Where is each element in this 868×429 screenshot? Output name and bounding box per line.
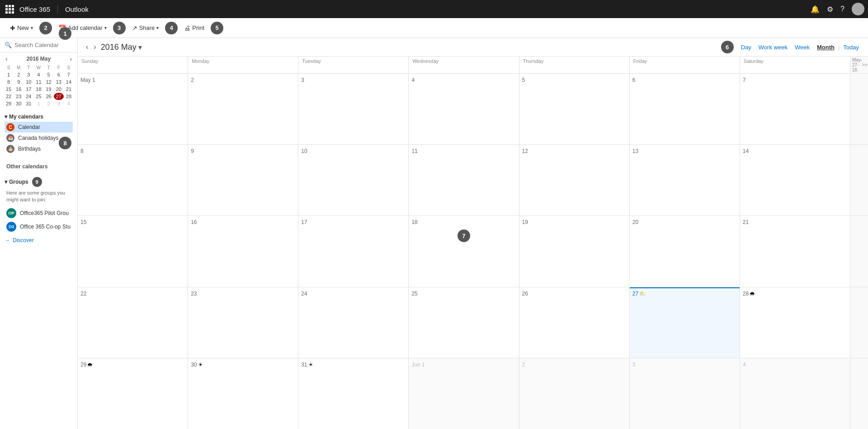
mini-cal-day[interactable]: 6 [54, 71, 64, 78]
view-day-button[interactable]: Day [737, 42, 755, 52]
view-week-button[interactable]: Week [791, 42, 813, 52]
avatar[interactable] [852, 3, 864, 15]
mini-cal-day[interactable]: 30 [14, 100, 24, 107]
cal-day-cell[interactable]: 10 [298, 145, 409, 215]
mini-cal-day[interactable]: 4 [33, 71, 43, 78]
cal-day-cell[interactable]: 2 [519, 358, 630, 429]
app-launcher-button[interactable] [4, 3, 16, 15]
cal-day-cell[interactable]: 21 [740, 216, 850, 286]
discover-link[interactable]: → Discover [0, 235, 77, 245]
mini-cal-day[interactable]: 13 [54, 78, 64, 86]
cal-day-cell[interactable]: 8 [78, 145, 188, 215]
cal-day-cell[interactable]: 17 [298, 216, 409, 286]
cal-day-cell[interactable]: 24 [298, 287, 409, 358]
mini-cal-day[interactable]: 12 [44, 78, 54, 86]
cal-day-cell[interactable]: 11 [409, 145, 519, 215]
cal-day-cell[interactable]: 28🌧 [740, 287, 850, 358]
cal-day-cell[interactable]: 7 [740, 74, 850, 144]
mini-cal-day[interactable]: 1 [4, 71, 14, 78]
cal-day-cell[interactable]: 27⛅ [630, 287, 740, 358]
cal-day-cell[interactable]: 26 [519, 287, 630, 358]
mini-cal-day[interactable]: 29 [4, 100, 14, 107]
cal-day-cell[interactable]: 29🌧 [78, 358, 188, 429]
cal-day-cell[interactable]: 12 [519, 145, 630, 215]
mini-cal-prev-button[interactable]: ‹ [4, 55, 9, 62]
cal-day-cell[interactable]: 718 [409, 216, 519, 286]
cal-day-cell[interactable]: 2 [188, 74, 298, 144]
mini-cal-day[interactable]: 8 [4, 78, 14, 86]
cal-day-cell[interactable]: 15 [78, 216, 188, 286]
mini-cal-day[interactable]: 2 [14, 71, 24, 78]
mini-cal-day[interactable]: 26 [44, 93, 54, 100]
search-input[interactable] [14, 42, 73, 48]
view-month-button[interactable]: Month [813, 42, 838, 52]
share-button[interactable]: ↗ Share ▾ [127, 23, 164, 33]
mini-cal-day[interactable]: 18 [33, 86, 43, 93]
cal-day-cell[interactable]: 3 [630, 358, 740, 429]
mini-cal-day[interactable]: 20 [54, 86, 64, 93]
mini-cal-day[interactable]: 14 [64, 78, 74, 86]
mini-cal-day[interactable]: 28 [64, 93, 74, 100]
cal-day-cell[interactable]: 22 [78, 287, 188, 358]
mini-cal-day[interactable]: 9 [14, 78, 24, 86]
cal-day-cell[interactable]: 4 [409, 74, 519, 144]
mini-cal-day[interactable]: 4 [64, 100, 74, 107]
mini-cal-day[interactable]: 11 [33, 78, 43, 86]
cal-day-cell[interactable]: 3 [298, 74, 409, 144]
mini-cal-day[interactable]: 23 [14, 93, 24, 100]
mini-cal-day[interactable]: 17 [24, 86, 33, 93]
mini-cal-day[interactable]: 25 [33, 93, 43, 100]
cal-day-cell[interactable]: 16 [188, 216, 298, 286]
cal-day-cell[interactable]: 19 [519, 216, 630, 286]
new-button[interactable]: ✚ New ▾ [5, 23, 38, 33]
cal-day-cell[interactable]: 30☀ [188, 358, 298, 429]
print-button[interactable]: 🖨 Print [179, 23, 209, 33]
cal-day-cell[interactable]: 13 [630, 145, 740, 215]
top-bar: Office 365 Outlook 🔔 ⚙ ? [0, 0, 868, 18]
mini-cal-next-button[interactable]: › [68, 55, 74, 62]
mini-cal-day[interactable]: 3 [54, 100, 64, 107]
help-icon[interactable]: ? [840, 5, 844, 13]
cal-day-cell[interactable]: 25 [409, 287, 519, 358]
cal-day-cell[interactable]: 9 [188, 145, 298, 215]
mini-cal-day[interactable]: 3 [24, 71, 33, 78]
cal-month-dropdown-icon[interactable]: ▾ [138, 43, 142, 52]
mini-cal-day[interactable]: 21 [64, 86, 74, 93]
mini-cal-day[interactable]: 31 [24, 100, 33, 107]
mini-cal-day[interactable]: 27 [54, 93, 64, 100]
right-panel-cell [850, 216, 868, 286]
cal-day-cell[interactable]: 14 [740, 145, 850, 215]
cal-day-cell[interactable]: 31☀ [298, 358, 409, 429]
cal-day-cell[interactable]: 6 [630, 74, 740, 144]
cal-next-button[interactable]: › [91, 42, 99, 52]
cal-day-cell[interactable]: 5 [519, 74, 630, 144]
mini-cal-day[interactable]: 7 [64, 71, 74, 78]
cal-day-num: 14 [743, 148, 749, 154]
cal-day-num: 13 [632, 148, 638, 154]
groups-header[interactable]: ▾ Groups 9 [5, 177, 73, 187]
view-workweek-button[interactable]: Work week [755, 42, 791, 52]
right-panel-expand-icon[interactable]: >> [862, 62, 868, 67]
mini-cal-day[interactable]: 10 [24, 78, 33, 86]
cal-prev-button[interactable]: ‹ [83, 42, 91, 52]
mini-cal-day[interactable]: 24 [24, 93, 33, 100]
my-calendars-header[interactable]: ▾ My calendars [5, 114, 73, 120]
settings-icon[interactable]: ⚙ [827, 5, 833, 14]
today-button[interactable]: Today [840, 42, 863, 52]
mini-cal-day[interactable]: 16 [14, 86, 24, 93]
cal-day-cell[interactable]: 23 [188, 287, 298, 358]
calendar-item-calendar[interactable]: C Calendar [5, 122, 73, 133]
mini-cal-day[interactable]: 5 [44, 71, 54, 78]
cal-day-cell[interactable]: 4 [740, 358, 850, 429]
cal-day-cell[interactable]: 20 [630, 216, 740, 286]
cal-day-cell[interactable]: Jun 1 [409, 358, 519, 429]
mini-cal-day[interactable]: 22 [4, 93, 14, 100]
group-item-office365-co-op[interactable]: O3 Office 365 Co-op Stu [5, 220, 73, 234]
cal-day-cell[interactable]: May 1 [78, 74, 188, 144]
mini-cal-day[interactable]: 19 [44, 86, 54, 93]
mini-cal-day[interactable]: 1 [33, 100, 43, 107]
group-item-office365-pilot[interactable]: OP Office365 Pilot Grou [5, 206, 73, 220]
mini-cal-day[interactable]: 2 [44, 100, 54, 107]
bell-icon[interactable]: 🔔 [811, 5, 820, 14]
mini-cal-day[interactable]: 15 [4, 86, 14, 93]
